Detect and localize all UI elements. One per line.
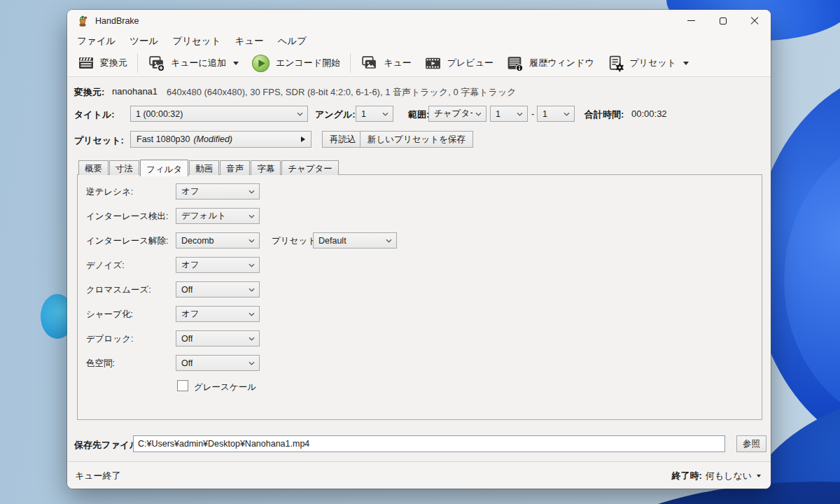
range-end-select[interactable]: 1 — [537, 106, 575, 122]
deblock-label: デブロック: — [86, 333, 133, 345]
tab-dimensions[interactable]: 寸法 — [109, 160, 139, 175]
menu-tools[interactable]: ツール — [122, 33, 165, 50]
deinterlace-select[interactable]: Decomb — [176, 232, 260, 248]
queue-label: キュー — [384, 57, 412, 69]
grayscale-label: グレースケール — [194, 382, 256, 393]
chroma-smooth-label: クロマスムーズ: — [86, 284, 151, 296]
title-label: タイトル: — [74, 108, 115, 121]
chevron-down-icon — [248, 361, 255, 365]
angle-select[interactable]: 1 — [356, 106, 393, 122]
wallpaper-petal — [784, 133, 840, 427]
denoise-select[interactable]: オフ — [176, 257, 260, 273]
start-encode-button[interactable]: エンコード開始 — [245, 54, 346, 73]
queue-icon — [360, 55, 378, 72]
settings-tabbar: 概要 寸法 フィルタ 動画 音声 字幕 チャプター — [78, 159, 340, 175]
activity-window-label: 履歴ウィンドウ — [529, 57, 594, 69]
destination-label: 保存先ファイル: — [74, 439, 142, 451]
chevron-down-icon — [248, 288, 255, 292]
sharpen-select[interactable]: オフ — [176, 306, 260, 322]
presets-label: プリセット — [630, 57, 677, 69]
handbrake-logo-icon — [76, 15, 89, 27]
preview-label: プレビュー — [447, 57, 493, 69]
chevron-down-icon — [248, 263, 255, 267]
destination-path-input[interactable]: C:¥Users¥admin¥Desktop¥Nanohana1.mp4 — [133, 435, 725, 452]
tab-filters[interactable]: フィルタ — [140, 160, 188, 176]
preset-modified: (Modified) — [193, 134, 232, 144]
status-message: キュー終了 — [75, 470, 121, 482]
browse-button[interactable]: 参照 — [736, 435, 766, 452]
tab-video[interactable]: 動画 — [189, 160, 219, 175]
preset-select[interactable]: Fast 1080p30 (Modified) — [130, 131, 312, 148]
preview-button[interactable]: プレビュー — [418, 55, 500, 72]
chevron-down-icon — [248, 239, 255, 243]
maximize-button[interactable] — [707, 10, 738, 31]
preview-icon — [424, 55, 442, 72]
chevron-down-icon — [248, 190, 255, 194]
deinterlace-preset-label: プリセット: — [272, 235, 318, 247]
when-done-value: 何もしない — [706, 470, 752, 482]
preset-value: Fast 1080p30 — [136, 134, 190, 144]
preset-label: プリセット: — [74, 134, 124, 147]
interlace-detection-label: インターレース検出: — [86, 211, 168, 223]
toolbar-separator — [350, 53, 351, 73]
menu-file[interactable]: ファイル — [70, 33, 122, 50]
play-icon — [251, 54, 270, 73]
activity-window-button[interactable]: 履歴ウィンドウ — [500, 55, 601, 72]
toolbar: 変換元 キューに追加 エンコード開始 — [67, 50, 771, 77]
tab-audio[interactable]: 音声 — [220, 160, 250, 175]
status-bar: キュー終了 終了時: 何もしない — [67, 461, 771, 489]
activity-log-icon — [506, 55, 524, 72]
save-new-preset-button[interactable]: 新しいプリセットを保存 — [360, 131, 473, 148]
minimize-icon — [687, 20, 695, 21]
minimize-button[interactable] — [676, 10, 707, 31]
interlace-detection-select[interactable]: デフォルト — [176, 208, 260, 224]
detelecine-select[interactable]: オフ — [176, 183, 260, 200]
chevron-down-icon — [233, 62, 239, 65]
chevron-down-icon — [517, 112, 523, 116]
title-bar[interactable]: HandBrake — [67, 10, 771, 32]
grayscale-checkbox[interactable] — [177, 380, 188, 391]
chevron-right-icon — [301, 136, 305, 142]
reload-preset-button[interactable]: 再読込 — [322, 131, 364, 148]
menu-bar: ファイル ツール プリセット キュー ヘルプ — [70, 32, 314, 50]
tab-subtitles[interactable]: 字幕 — [251, 160, 281, 175]
deinterlace-label: インターレース解除: — [86, 235, 168, 247]
deinterlace-preset-select[interactable]: Default — [313, 232, 397, 248]
chroma-smooth-select[interactable]: Off — [176, 281, 260, 298]
source-info-label: 変換元: — [74, 86, 104, 99]
when-done-label: 終了時: — [671, 470, 701, 482]
chevron-down-icon — [386, 239, 392, 243]
close-button[interactable] — [738, 10, 770, 31]
chevron-down-icon — [248, 312, 255, 316]
presets-button[interactable]: プリセット — [601, 55, 696, 72]
toolbar-separator — [137, 53, 138, 73]
open-source-label: 変換元 — [100, 57, 127, 69]
chevron-down-icon — [683, 62, 689, 65]
menu-help[interactable]: ヘルプ — [271, 33, 314, 50]
close-icon — [750, 16, 760, 26]
presets-icon — [607, 55, 624, 72]
chevron-down-icon — [382, 112, 388, 116]
add-to-queue-icon — [148, 55, 165, 72]
filters-panel: 逆テレシネ: オフ インターレース検出: デフォルト インターレース解除: De… — [77, 174, 762, 420]
colourspace-select[interactable]: Off — [176, 355, 260, 371]
chevron-down-icon — [757, 475, 761, 477]
deblock-select[interactable]: Off — [176, 330, 260, 346]
tab-summary[interactable]: 概要 — [78, 160, 108, 175]
chevron-down-icon — [248, 214, 255, 218]
menu-queue[interactable]: キュー — [228, 33, 271, 50]
angle-label: アングル: — [315, 108, 356, 121]
add-to-queue-button[interactable]: キューに追加 — [141, 55, 245, 72]
tab-chapters[interactable]: チャプター — [281, 160, 339, 175]
title-select[interactable]: 1 (00:00:32) — [130, 106, 308, 122]
range-type-select[interactable]: チャプター — [428, 106, 486, 122]
colourspace-label: 色空間: — [86, 358, 115, 370]
when-done-control[interactable]: 終了時: 何もしない — [671, 470, 761, 482]
menu-presets[interactable]: プリセット — [165, 33, 227, 50]
chevron-down-icon — [475, 112, 482, 116]
range-start-select[interactable]: 1 — [490, 106, 528, 122]
denoise-label: デノイズ: — [86, 260, 125, 272]
start-encode-label: エンコード開始 — [276, 57, 340, 69]
queue-button[interactable]: キュー — [354, 55, 418, 72]
open-source-button[interactable]: 変換元 — [71, 55, 134, 71]
